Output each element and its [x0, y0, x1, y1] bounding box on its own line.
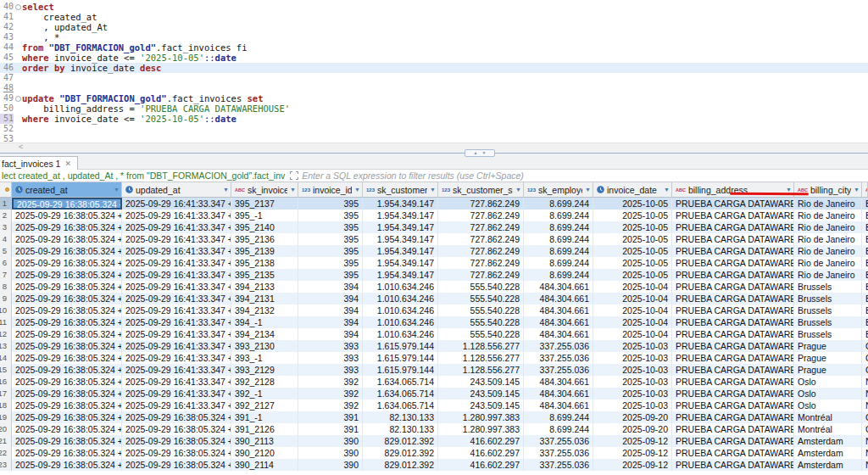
code-line-41[interactable]: 41 created_at	[0, 12, 868, 22]
cell-sk_employee[interactable]: 484.304.661	[524, 281, 593, 293]
code-line-44[interactable]: 44from "DBT_FORMACION_gold".fact_invoice…	[0, 42, 868, 53]
row-number[interactable]: 4	[0, 233, 12, 245]
cell-updated_at[interactable]: 2025-09-29 16:41:33.347 +0200	[122, 198, 231, 210]
row-number[interactable]: 12	[0, 328, 12, 340]
cell-partial[interactable]: B	[862, 198, 868, 210]
cell-sk_customer[interactable]: 1.615.979.144	[363, 352, 438, 364]
row-number[interactable]: 20	[0, 423, 12, 435]
cell-sk_customer[interactable]: 1.954.349.147	[363, 257, 438, 269]
cell-created_at[interactable]: 2025-09-29 16:38:05.324 +0200	[12, 459, 122, 471]
cell-sk_customer_short[interactable]: 243.509.145	[438, 388, 524, 400]
cell-created_at[interactable]: 2025-09-29 16:38:05.324 +0200	[12, 245, 122, 257]
cell-sk_employee[interactable]: 484.304.661	[524, 388, 593, 400]
cell-billing_address[interactable]: PRUEBA CARGA DATAWAREHOUSE	[672, 257, 794, 269]
cell-sk_customer_short[interactable]: 727.862.249	[438, 210, 524, 221]
cell-billing_city[interactable]: Amsterdam	[794, 447, 862, 459]
cell-invoice_date[interactable]: 2025-10-05	[593, 233, 672, 245]
row-number[interactable]: 17	[0, 388, 12, 400]
code-line-48[interactable]: 48	[0, 83, 868, 93]
cell-invoice_id[interactable]: 390	[298, 435, 363, 447]
cell-sk_employee[interactable]: 484.304.661	[524, 328, 593, 340]
scroll-left-arrow-icon[interactable]: <	[19, 142, 23, 151]
cell-invoice_id[interactable]: 392	[298, 400, 363, 411]
cell-billing_city[interactable]: Montréal	[794, 411, 862, 423]
cell-billing_address[interactable]: PRUEBA CARGA DATAWAREHOUSE	[672, 221, 794, 233]
cell-created_at[interactable]: 2025-09-29 16:38:05.324 +0200	[12, 340, 122, 352]
cell-updated_at[interactable]: 2025-09-29 16:41:33.347 +0200	[122, 233, 231, 245]
cell-updated_at[interactable]: 2025-09-29 16:41:33.347 +0200	[122, 340, 231, 352]
fold-marker-icon[interactable]	[14, 2, 22, 12]
cell-sk_customer[interactable]: 1.954.349.147	[363, 269, 438, 281]
cell-sk_customer_short[interactable]: 727.862.249	[438, 269, 524, 281]
row-number[interactable]: 3	[0, 221, 12, 233]
cell-sk_employee[interactable]: 8.699.244	[524, 221, 593, 233]
cell-sk_customer[interactable]: 1.954.349.147	[363, 233, 438, 245]
cell-sk_employee[interactable]: 337.255.036	[524, 340, 593, 352]
grid-corner-cell[interactable]	[0, 182, 12, 197]
row-number[interactable]: 13	[0, 340, 12, 352]
row-number[interactable]: 15	[0, 364, 12, 376]
cell-sk_invoices[interactable]: 395_2140	[231, 221, 298, 233]
cell-created_at[interactable]: 2025-09-29 16:38:05.324 +0200	[12, 352, 122, 364]
cell-billing_city[interactable]: Rio de Janeiro	[794, 269, 862, 281]
cell-partial[interactable]: C	[862, 411, 868, 423]
cell-billing_city[interactable]: Rio de Janeiro	[794, 221, 862, 233]
cell-created_at[interactable]: 2025-09-29 16:38:05.324 +0200	[12, 281, 122, 293]
cell-sk_customer[interactable]: 1.954.349.147	[363, 221, 438, 233]
code-line-42[interactable]: 42 , updated_At	[0, 22, 868, 32]
column-header-invoice_date[interactable]: invoice_date▼	[593, 182, 672, 197]
cell-invoice_date[interactable]: 2025-09-12	[593, 447, 672, 459]
cell-partial[interactable]: B	[862, 233, 868, 245]
cell-billing_city[interactable]: Brussels	[794, 293, 862, 305]
cell-sk_invoices[interactable]: 395_2139	[231, 245, 298, 257]
close-icon[interactable]: ✕	[64, 159, 71, 168]
code-line-50[interactable]: 50 billing_address = 'PRUEBA CARGA DATAW…	[0, 103, 868, 114]
cell-invoice_id[interactable]: 393	[298, 364, 363, 376]
cell-updated_at[interactable]: 2025-09-29 16:41:33.347 +0200	[122, 221, 231, 233]
collapse-up-icon[interactable]: ▲	[474, 151, 478, 155]
cell-sk_employee[interactable]: 8.699.244	[524, 269, 593, 281]
expand-filter-icon[interactable]	[290, 171, 298, 180]
cell-partial[interactable]: N	[862, 435, 868, 447]
cell-billing_address[interactable]: PRUEBA CARGA DATAWAREHOUSE	[672, 423, 794, 435]
cell-invoice_id[interactable]: 394	[298, 293, 363, 305]
cell-invoice_date[interactable]: 2025-10-03	[593, 376, 672, 388]
cell-billing_city[interactable]: Brussels	[794, 316, 862, 328]
cell-updated_at[interactable]: 2025-09-29 16:38:05.324 +0200	[122, 411, 231, 423]
cell-billing_city[interactable]: Brussels	[794, 281, 862, 293]
cell-sk_customer_short[interactable]: 555.540.228	[438, 281, 524, 293]
cell-updated_at[interactable]: 2025-09-29 16:41:33.347 +0200	[122, 269, 231, 281]
cell-sk_customer_short[interactable]: 1.128.556.277	[438, 364, 524, 376]
cell-sk_customer[interactable]: 1.010.634.246	[363, 328, 438, 340]
column-header-sk_customer[interactable]: 123sk_customer▼	[363, 182, 438, 197]
cell-invoice_date[interactable]: 2025-09-20	[593, 423, 672, 435]
column-dropdown-icon[interactable]: ▼	[114, 187, 120, 193]
cell-sk_customer[interactable]: 829.012.392	[363, 447, 438, 459]
cell-billing_city[interactable]: Rio de Janeiro	[794, 198, 862, 210]
cell-sk_employee[interactable]: 484.304.661	[524, 293, 593, 305]
cell-invoice_date[interactable]: 2025-10-04	[593, 293, 672, 305]
cell-invoice_id[interactable]: 395	[298, 269, 363, 281]
cell-sk_invoices[interactable]: 390_2113	[231, 435, 298, 447]
column-dropdown-icon[interactable]: ▼	[290, 187, 296, 193]
cell-sk_employee[interactable]: 337.255.036	[524, 435, 593, 447]
cell-sk_customer_short[interactable]: 1.128.556.277	[438, 352, 524, 364]
cell-updated_at[interactable]: 2025-09-29 16:38:05.324 +0200	[122, 459, 231, 471]
cell-invoice_date[interactable]: 2025-10-04	[593, 305, 672, 316]
column-dropdown-icon[interactable]: ▼	[223, 187, 229, 193]
cell-sk_customer_short[interactable]: 243.509.145	[438, 376, 524, 388]
cell-billing_address[interactable]: PRUEBA CARGA DATAWAREHOUSE	[672, 269, 794, 281]
cell-billing_address[interactable]: PRUEBA CARGA DATAWAREHOUSE	[672, 400, 794, 411]
cell-sk_invoices[interactable]: 391_2126	[231, 423, 298, 435]
cell-sk_employee[interactable]: 484.304.661	[524, 305, 593, 316]
cell-sk_invoices[interactable]: 394_2132	[231, 305, 298, 316]
cell-invoice_id[interactable]: 390	[298, 459, 363, 471]
cell-billing_city[interactable]: Rio de Janeiro	[794, 257, 862, 269]
editor-horizontal-scrollbar[interactable]: <	[0, 142, 868, 151]
row-number[interactable]: 16	[0, 376, 12, 388]
cell-partial[interactable]: B	[862, 269, 868, 281]
cell-created_at[interactable]: 2025-09-29 16:38:05.324 +0200	[12, 328, 122, 340]
cell-sk_invoices[interactable]: 395_2137	[231, 198, 298, 210]
cell-billing_address[interactable]: PRUEBA CARGA DATAWAREHOUSE	[672, 340, 794, 352]
cell-created_at[interactable]: 2025-09-29 16:38:05.324 +0200	[12, 198, 122, 210]
